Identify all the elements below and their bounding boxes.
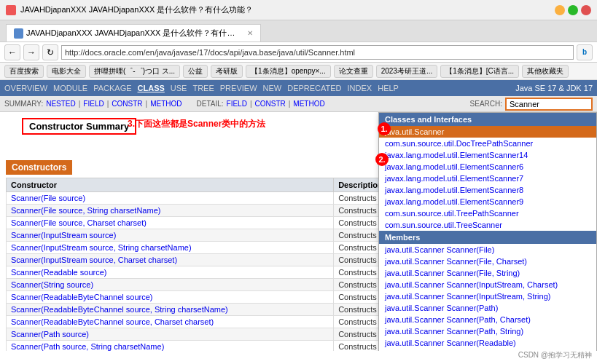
constructor-link[interactable]: Scanner(ReadableByteChannel source, Char… [11, 317, 214, 326]
reload-button[interactable]: ↻ [42, 44, 58, 60]
tab-favicon [6, 5, 16, 15]
bookmarks-bar: 百度搜索 电影大全 拼哩拼哩(゜-゜)つ口 ス... 公益 考研版 【1条消息】… [0, 63, 597, 80]
back-button[interactable]: ← [4, 44, 20, 60]
search-label: SEARCH: [470, 100, 502, 108]
nav-preview[interactable]: PREVIEW [220, 84, 257, 92]
dropdown-classes-list: java.util.Scannercom.sun.source.util.Doc… [379, 126, 596, 231]
window-title: JAVAHDjapanXXX JAVAHDjapanXXX 是什么软件？有什么功… [20, 4, 550, 15]
bm-2023[interactable]: 2023考研王道... [376, 65, 438, 78]
dropdown-class-item[interactable]: com.sun.source.util.TreeScanner [379, 219, 596, 231]
subnav-field[interactable]: FIELD [83, 100, 104, 108]
dropdown-class-item[interactable]: javax.lang.model.util.ElementScanner8 [379, 184, 596, 196]
bm-bilibili[interactable]: 拼哩拼哩(゜-゜)つ口 ス... [89, 65, 180, 78]
constructor-link[interactable]: Scanner(Path source, String charsetName) [11, 342, 164, 351]
tab-favicon-icon [14, 28, 23, 39]
dropdown-class-item[interactable]: javax.lang.model.util.ElementScanner9 [379, 196, 596, 207]
watermark: CSDN @抱学习无精神 [516, 349, 594, 361]
badge-2: 2. [375, 153, 389, 166]
subnav-nested[interactable]: NESTED [46, 100, 76, 108]
dropdown-member-item[interactable]: java.util.Scanner Scanner(Path, Charset) [379, 314, 596, 325]
dropdown-class-item[interactable]: java.util.Scanner [379, 126, 596, 138]
subnav: SUMMARY: NESTED | FIELD | CONSTR | METHO… [4, 100, 470, 108]
constructor-link[interactable]: Scanner(ReadableByteChannel source) [11, 293, 152, 301]
dropdown-member-item[interactable]: java.util.Scanner Scanner(File, String) [379, 267, 596, 279]
constructor-link[interactable]: Scanner(File source, String charsetName) [11, 206, 160, 215]
constructor-summary-box: Constructor Summary [22, 118, 136, 135]
dropdown-class-item[interactable]: javax.lang.model.util.ElementScanner14 [379, 149, 596, 161]
close-button[interactable] [581, 5, 591, 15]
constructor-link[interactable]: Scanner(ReadableByteChannel source, Stri… [11, 305, 228, 314]
bm-gongyi[interactable]: 公益 [183, 65, 208, 78]
search-dropdown: Classes and Interfaces java.util.Scanner… [378, 112, 597, 351]
bm-movie[interactable]: 电影大全 [47, 65, 86, 78]
constructor-link[interactable]: Scanner(InputStream source, Charset char… [11, 256, 177, 264]
maximize-button[interactable] [568, 5, 578, 15]
nav-class[interactable]: CLASS [138, 84, 165, 92]
active-tab[interactable]: JAVAHDjapanXXX JAVAHDjapanXXX 是什么软件？有什么功… [6, 24, 261, 41]
nav-tree[interactable]: TREE [192, 84, 214, 92]
dropdown-member-item[interactable]: java.util.Scanner Scanner(Path) [379, 302, 596, 314]
dropdown-class-item[interactable]: com.sun.source.util.DocTreePathScanner [379, 138, 596, 149]
titlebar: JAVAHDjapanXXX JAVAHDjapanXXX 是什么软件？有什么功… [0, 0, 597, 20]
address-bar: ← → ↻ b [0, 42, 597, 63]
nav-deprecated[interactable]: DEPRECATED [287, 84, 341, 92]
constructor-link[interactable]: Scanner(InputStream source) [11, 231, 116, 240]
constructor-link[interactable]: Scanner(File source, Charset charset) [11, 218, 147, 227]
nav-index[interactable]: INDEX [348, 84, 372, 92]
dropdown-class-item[interactable]: javax.lang.model.util.ElementScanner6 [379, 161, 596, 173]
main-content: Constructor Summary 3.下面这些都是Scanner类中的方法… [0, 112, 597, 351]
search-input[interactable] [505, 98, 593, 111]
browser-tabs: JAVAHDjapanXXX JAVAHDjapanXXX 是什么软件？有什么功… [0, 20, 597, 42]
badge-1: 1. [378, 122, 391, 135]
bing-button[interactable]: b [577, 44, 593, 60]
subnav-detail-method[interactable]: METHOD [293, 100, 324, 108]
constructor-link[interactable]: Scanner(Path source) [11, 330, 89, 339]
constructor-link[interactable]: Scanner(Readable source) [11, 268, 106, 277]
nav-package[interactable]: PACKAGE [93, 84, 131, 92]
nav-module[interactable]: MODULE [53, 84, 87, 92]
step3-note: 3.下面这些都是Scanner类中的方法 [128, 118, 265, 130]
bm-openpy[interactable]: 【1条消息】openpy×... [246, 65, 331, 78]
subnav-detail-constr[interactable]: CONSTR [254, 100, 285, 108]
bm-search[interactable]: 百度搜索 [4, 65, 44, 78]
javadoc-nav: OVERVIEW MODULE PACKAGE CLASS USE TREE P… [0, 80, 597, 96]
constructors-btn[interactable]: Constructors [6, 160, 72, 175]
constructor-link[interactable]: Scanner(File source) [11, 194, 85, 202]
subnav-row: SUMMARY: NESTED | FIELD | CONSTR | METHO… [0, 96, 597, 112]
bm-clang[interactable]: 【1条消息】[C语言... [440, 65, 519, 78]
nav-help[interactable]: HELP [378, 84, 399, 92]
bm-kaoyan[interactable]: 考研版 [211, 65, 243, 78]
subnav-detail-field[interactable]: FIELD [227, 100, 247, 108]
dropdown-members-list: java.util.Scanner Scanner(File)java.util… [379, 244, 596, 351]
dropdown-member-item[interactable]: java.util.Scanner Scanner(InputStream, S… [379, 290, 596, 302]
tab-label: JAVAHDjapanXXX JAVAHDjapanXXX 是什么软件？有什么功… [26, 28, 241, 39]
forward-button[interactable]: → [23, 44, 39, 60]
dropdown-class-item[interactable]: com.sun.source.util.TreePathScanner [379, 207, 596, 219]
tab-close-icon[interactable]: ✕ [247, 29, 253, 37]
window-controls [555, 5, 591, 15]
members-header: Members [379, 231, 596, 244]
bm-paper[interactable]: 论文查重 [334, 65, 373, 78]
dropdown-member-item[interactable]: java.util.Scanner Scanner(File, Charset) [379, 256, 596, 267]
dropdown-member-item[interactable]: java.util.Scanner Scanner(InputStream, C… [379, 279, 596, 290]
subnav-summary-label: SUMMARY: [4, 100, 43, 108]
dropdown-class-item[interactable]: javax.lang.model.util.ElementScanner7 [379, 173, 596, 184]
subnav-constr[interactable]: CONSTR [112, 100, 142, 108]
javadoc-version: Java SE 17 & JDK 17 [515, 84, 593, 92]
search-area: SEARCH: [470, 98, 593, 111]
col-constructor: Constructor [7, 178, 334, 192]
nav-overview[interactable]: OVERVIEW [4, 84, 47, 92]
dropdown-member-item[interactable]: java.util.Scanner Scanner(Readable) [379, 337, 596, 349]
constructor-link[interactable]: Scanner(InputStream source, String chars… [11, 243, 192, 252]
nav-new[interactable]: NEW [263, 84, 282, 92]
dropdown-member-item[interactable]: java.util.Scanner Scanner(Path, String) [379, 325, 596, 337]
address-input[interactable] [61, 45, 574, 60]
bm-others[interactable]: 其他收藏夹 [522, 65, 569, 78]
classes-interfaces-header: Classes and Interfaces [379, 113, 596, 126]
constructor-link[interactable]: Scanner(String source) [11, 280, 93, 289]
dropdown-member-item[interactable]: java.util.Scanner Scanner(File) [379, 244, 596, 256]
minimize-button[interactable] [555, 5, 565, 15]
nav-use[interactable]: USE [171, 84, 187, 92]
subnav-method[interactable]: METHOD [150, 100, 182, 108]
